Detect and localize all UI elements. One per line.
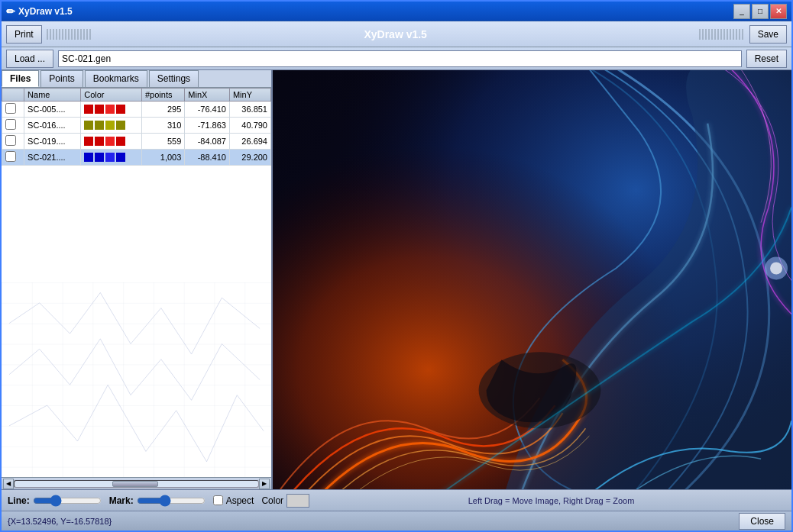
grip-2: [699, 29, 745, 40]
col-header-minx: MinX: [185, 89, 230, 102]
title-controls: _ □ ✕: [733, 4, 787, 19]
row-minx: -76.410: [185, 102, 230, 118]
color-swatch: [105, 121, 115, 130]
scrollbar-track[interactable]: [14, 480, 259, 488]
table-row: SC-021....1,003-88.41029.200: [2, 150, 271, 166]
title-center: XyDraw v1.5: [97, 28, 694, 40]
table-row: SC-016....310-71.86340.790: [2, 118, 271, 134]
tab-files[interactable]: Files: [2, 70, 39, 87]
row-checkbox-cell: [2, 102, 24, 118]
line-slider-group: Line:: [8, 495, 102, 507]
scrollbar-horizontal[interactable]: ◀ ▶: [2, 477, 271, 489]
col-header-miny: MinY: [229, 89, 270, 102]
mark-label: Mark:: [109, 495, 134, 506]
left-panel: Files Points Bookmarks Settings Name Col…: [2, 70, 273, 489]
color-group: Color: [261, 494, 309, 508]
scroll-left-arrow[interactable]: ◀: [3, 479, 14, 489]
title-bar-left: ✏ XyDraw v1.5: [6, 5, 73, 18]
row-points: 310: [141, 118, 184, 134]
file-table: Name Color #points MinX MinY SC-005....2…: [2, 88, 271, 166]
mark-slider-group: Mark:: [109, 495, 206, 507]
color-swatch: [105, 137, 115, 146]
row-name: SC-019....: [24, 134, 81, 150]
mark-slider[interactable]: [137, 495, 206, 507]
row-points: 295: [141, 102, 184, 118]
row-miny: 36.851: [229, 102, 270, 118]
load-button[interactable]: Load ...: [6, 50, 53, 68]
table-row: SC-019....559-84.08726.694: [2, 134, 271, 150]
color-picker-box[interactable]: [286, 494, 309, 508]
row-color: [81, 118, 142, 134]
file-path-input[interactable]: [58, 50, 742, 67]
tabs: Files Points Bookmarks Settings: [2, 70, 271, 88]
toolbar: Print XyDraw v1.5 Save: [2, 21, 791, 47]
row-checkbox[interactable]: [5, 119, 16, 130]
row-name: SC-016....: [24, 118, 81, 134]
row-miny: 29.200: [229, 150, 270, 166]
color-swatch: [116, 137, 125, 146]
row-checkbox-cell: [2, 118, 24, 134]
tab-points[interactable]: Points: [40, 70, 83, 87]
color-swatch: [95, 121, 104, 130]
row-miny: 40.790: [229, 118, 270, 134]
main-window: ✏ XyDraw v1.5 _ □ ✕ Print XyDraw v1.5 Sa…: [0, 0, 793, 532]
tab-bookmarks[interactable]: Bookmarks: [85, 70, 147, 87]
color-swatch: [95, 137, 104, 146]
window-title: XyDraw v1.5: [18, 6, 73, 17]
color-swatch: [116, 153, 125, 162]
close-button[interactable]: Close: [739, 513, 785, 530]
color-swatch: [105, 105, 115, 114]
color-swatch: [95, 105, 104, 114]
tab-settings[interactable]: Settings: [149, 70, 199, 87]
row-minx: -88.410: [185, 150, 230, 166]
title-bar: ✏ XyDraw v1.5 _ □ ✕: [2, 2, 791, 21]
reset-button[interactable]: Reset: [746, 50, 787, 68]
scrollbar-thumb[interactable]: [112, 481, 158, 487]
scroll-right-arrow[interactable]: ▶: [259, 479, 270, 489]
app-icon: ✏: [6, 5, 15, 18]
line-label: Line:: [8, 495, 30, 506]
window-close-button[interactable]: ✕: [770, 4, 787, 19]
left-canvas-svg: [2, 282, 271, 477]
save-button[interactable]: Save: [749, 25, 787, 44]
row-checkbox[interactable]: [5, 151, 16, 162]
row-name: SC-005....: [24, 102, 81, 118]
col-header-check: [2, 89, 24, 102]
color-swatch: [84, 153, 93, 162]
line-slider[interactable]: [33, 495, 102, 507]
right-canvas[interactable]: [273, 70, 791, 489]
color-swatch: [116, 121, 125, 130]
table-row: SC-005....295-76.41036.851: [2, 102, 271, 118]
main-area: Files Points Bookmarks Settings Name Col…: [2, 70, 791, 489]
color-swatch: [95, 153, 104, 162]
color-swatch: [84, 121, 93, 130]
aspect-checkbox[interactable]: [213, 495, 223, 505]
row-checkbox[interactable]: [5, 103, 16, 114]
col-header-color: Color: [81, 89, 142, 102]
color-swatch: [84, 137, 93, 146]
color-swatch: [116, 105, 125, 114]
row-checkbox-cell: [2, 134, 24, 150]
maximize-button[interactable]: □: [752, 4, 769, 19]
row-color: [81, 102, 142, 118]
aspect-group: Aspect: [213, 495, 254, 506]
row-checkbox[interactable]: [5, 135, 16, 146]
minimize-button[interactable]: _: [733, 4, 750, 19]
row-name: SC-021....: [24, 150, 81, 166]
bottom-status-bar: {X=13.52496, Y=-16.57818} Close: [2, 511, 791, 530]
color-swatch: [105, 153, 115, 162]
row-miny: 26.694: [229, 134, 270, 150]
file-table-container: Name Color #points MinX MinY SC-005....2…: [2, 88, 271, 282]
row-minx: -84.087: [185, 134, 230, 150]
row-color: [81, 134, 142, 150]
row-color: [81, 150, 142, 166]
row-points: 559: [141, 134, 184, 150]
coords-text: {X=13.52496, Y=-16.57818}: [8, 517, 734, 526]
print-button[interactable]: Print: [6, 25, 42, 44]
svg-rect-0: [2, 282, 271, 477]
svg-point-5: [770, 263, 782, 275]
load-row: Load ... Reset: [2, 47, 791, 70]
color-swatch: [84, 105, 93, 114]
row-points: 1,003: [141, 150, 184, 166]
aspect-label: Aspect: [226, 495, 254, 506]
